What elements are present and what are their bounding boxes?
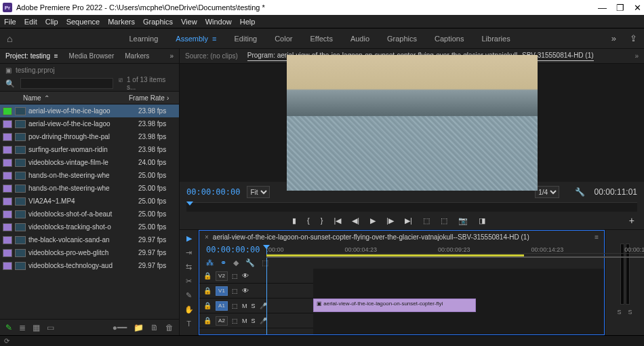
- solo-right-label[interactable]: S: [628, 309, 632, 315]
- new-item-dropdown-icon[interactable]: 🗎: [150, 323, 159, 332]
- panel-tab-1[interactable]: Media Browser: [69, 52, 115, 60]
- resolution-select[interactable]: 1/4: [535, 186, 559, 198]
- eye-icon[interactable]: 👁: [242, 272, 249, 280]
- lift-icon[interactable]: ⬚: [423, 216, 430, 225]
- menu-sequence[interactable]: Sequence: [66, 18, 100, 26]
- project-item[interactable]: videoblocks-vintage-film-le24.00 fps: [0, 156, 179, 169]
- voice-icon[interactable]: 🎤: [260, 318, 267, 324]
- search-input[interactable]: [20, 78, 113, 89]
- column-framerate[interactable]: Frame Rate: [126, 94, 167, 102]
- settings-tl-icon[interactable]: 🔧: [245, 258, 255, 267]
- track-header-v2[interactable]: 🔒V2⬚👁: [199, 269, 313, 284]
- project-item[interactable]: videoblocks-technology-aud29.97 fps: [0, 259, 179, 272]
- hand-tool-icon[interactable]: ✋: [184, 305, 194, 314]
- sync-lock-icon[interactable]: ⬚: [232, 288, 238, 294]
- panel-overflow-icon[interactable]: »: [169, 52, 174, 60]
- sequence-name[interactable]: aerial-view-of-the-ice-lagoon-on-sunset-…: [213, 233, 529, 241]
- label-swatch[interactable]: [3, 159, 12, 167]
- label-swatch[interactable]: [3, 185, 12, 193]
- label-swatch[interactable]: [3, 120, 12, 128]
- menu-edit[interactable]: Edit: [24, 18, 37, 26]
- type-tool-icon[interactable]: T: [186, 320, 191, 328]
- ripple-edit-tool-icon[interactable]: ⇆: [186, 263, 192, 271]
- close-sequence-icon[interactable]: ×: [205, 233, 209, 241]
- menu-file[interactable]: File: [4, 18, 16, 26]
- comparison-icon[interactable]: ◨: [479, 216, 485, 225]
- lock-icon[interactable]: 🔒: [203, 317, 212, 324]
- mark-in-icon[interactable]: {: [307, 216, 310, 225]
- menu-window[interactable]: Window: [205, 18, 232, 26]
- solo-icon[interactable]: S: [251, 318, 256, 324]
- label-swatch[interactable]: [3, 262, 12, 270]
- track-header-v1[interactable]: 🔒V1⬚👁: [199, 284, 313, 299]
- sync-icon[interactable]: ⟳: [4, 337, 9, 345]
- track-patch[interactable]: V2: [216, 271, 228, 281]
- panel-tab-0[interactable]: Project: testing ≡: [5, 52, 58, 60]
- lock-icon[interactable]: 🔒: [203, 287, 212, 294]
- column-more[interactable]: ›: [167, 94, 179, 102]
- add-marker-icon[interactable]: ▮: [292, 216, 296, 225]
- video-clip[interactable]: ▣ aerial-view-of-the-ice-lagoon-on-sunse…: [313, 299, 476, 312]
- pen-tool-icon[interactable]: ✎: [186, 291, 192, 300]
- minimize-button[interactable]: —: [598, 3, 607, 13]
- program-viewer[interactable]: [180, 64, 644, 182]
- menu-clip[interactable]: Clip: [45, 18, 58, 26]
- label-swatch[interactable]: [3, 210, 12, 218]
- track-header-a2[interactable]: 🔒A2⬚MS🎤: [199, 313, 313, 328]
- sync-lock-icon[interactable]: ⬚: [232, 273, 238, 280]
- playhead-icon[interactable]: [186, 201, 193, 206]
- sync-lock-icon[interactable]: ⬚: [232, 303, 238, 309]
- timeline-timecode[interactable]: 00:00:00:00: [199, 245, 266, 254]
- eye-icon[interactable]: 👁: [242, 287, 249, 294]
- play-icon[interactable]: ▶: [370, 216, 376, 225]
- voice-icon[interactable]: 🎤: [260, 303, 267, 309]
- freeform-view-icon[interactable]: ▭: [47, 323, 54, 332]
- workspace-assembly[interactable]: Assembly ≡: [176, 35, 216, 43]
- workspace-libraries[interactable]: Libraries: [481, 35, 510, 43]
- trash-icon[interactable]: 🗑: [165, 323, 174, 332]
- menu-view[interactable]: View: [181, 18, 197, 26]
- workspace-captions[interactable]: Captions: [435, 35, 464, 43]
- project-item[interactable]: videoblocks-pro-web-glitch29.97 fps: [0, 246, 179, 259]
- panel-tab-2[interactable]: Markers: [125, 52, 149, 60]
- share-icon[interactable]: ⇪: [630, 33, 637, 43]
- track-patch[interactable]: A1: [216, 301, 228, 311]
- track-select-tool-icon[interactable]: ⇥: [186, 248, 192, 257]
- track-patch[interactable]: V1: [216, 286, 228, 296]
- workspace-editing[interactable]: Editing: [235, 35, 258, 43]
- project-breadcrumb[interactable]: testing.prproj: [16, 66, 55, 74]
- label-swatch[interactable]: [3, 236, 12, 244]
- project-item[interactable]: videoblocks-shot-of-a-beaut25.00 fps: [0, 208, 179, 220]
- timecode-left[interactable]: 00:00:00:00: [186, 187, 240, 197]
- mute-icon[interactable]: M: [242, 303, 247, 309]
- timeline-ruler[interactable]: :00:0000:00:04:2300:00:09:2300:00:14:230…: [266, 246, 644, 254]
- button-editor-icon[interactable]: +: [629, 215, 644, 226]
- project-item[interactable]: aerial-view-of-the-ice-lagoo23.98 fps: [0, 117, 179, 130]
- step-forward-icon[interactable]: |▶: [386, 216, 394, 225]
- export-frame-icon[interactable]: 📷: [458, 216, 468, 225]
- workspace-audio[interactable]: Audio: [350, 35, 369, 43]
- workspace-color[interactable]: Color: [275, 35, 292, 43]
- program-ruler[interactable]: [186, 202, 637, 212]
- go-to-out-icon[interactable]: ▶|: [405, 216, 412, 225]
- timeline-playhead-icon[interactable]: [266, 246, 267, 334]
- sync-lock-icon[interactable]: ⬚: [232, 318, 238, 324]
- label-swatch[interactable]: [3, 107, 12, 115]
- label-swatch[interactable]: [3, 133, 12, 141]
- zoom-slider[interactable]: ●━━: [113, 323, 127, 332]
- track-patch[interactable]: A2: [216, 316, 228, 326]
- home-icon[interactable]: ⌂: [7, 33, 12, 44]
- snap-icon[interactable]: ⁂: [206, 258, 214, 267]
- label-swatch[interactable]: [3, 197, 12, 206]
- source-monitor-tab[interactable]: Source: (no clips): [185, 52, 238, 60]
- label-swatch[interactable]: [3, 146, 12, 154]
- timeline-content[interactable]: ▣ aerial-view-of-the-ice-lagoon-on-sunse…: [313, 269, 604, 334]
- track-header-a1[interactable]: 🔒A1⬚MS🎤: [199, 299, 313, 313]
- mark-out-icon[interactable]: }: [321, 216, 323, 225]
- solo-left-label[interactable]: S: [617, 309, 621, 315]
- insert-icon[interactable]: ⬚: [262, 258, 268, 267]
- label-swatch[interactable]: [3, 249, 12, 257]
- menu-markers[interactable]: Markers: [108, 18, 135, 26]
- lock-icon[interactable]: 🔒: [203, 272, 212, 280]
- go-to-in-icon[interactable]: |◀: [334, 216, 341, 225]
